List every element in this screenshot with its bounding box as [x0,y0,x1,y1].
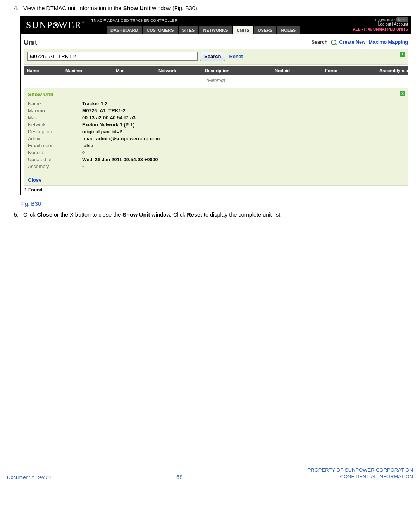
col-mac: Mac [116,68,158,73]
nav-tabs: DASHBOARD CUSTOMERS SITES NETWORKS UNITS… [107,26,300,34]
step-4: 4. View the DTMAC unit information in th… [14,5,415,12]
search-button[interactable]: Search [200,52,225,61]
step-4-number: 4. [14,5,22,12]
unit-assembly: - [82,164,84,169]
tab-users[interactable]: USERS [254,26,277,34]
brand-logo: SUNPWER® [21,16,91,34]
logout-link[interactable]: Log out [378,22,391,26]
unit-nodeid: 0 [82,150,85,155]
footer-page-number: 68 [176,474,183,480]
unit-updated-at: Wed, 26 Jan 2011 09:54:08 +0000 [82,157,158,162]
search-icon [331,40,336,45]
page-footer: Document # Rev 01 68 PROPERTY OF SUNPOWE… [5,467,415,487]
col-force: Force [325,68,379,73]
step-5: 5. Click Close or the X button to close … [14,211,415,219]
tab-customers[interactable]: CUSTOMERS [143,26,178,34]
col-network: Network [158,68,205,73]
close-link[interactable]: Close [28,177,41,183]
tab-units[interactable]: UNITS [233,26,253,34]
unit-admin: tmac_admin@sunpowercorp.com [82,136,160,141]
found-count: 1 Found [24,186,408,195]
logo-o-icon [53,22,59,28]
col-nodeid: Nodeid [275,68,325,73]
unit-email-report: false [82,143,93,148]
unit-network: Exelon Network 1 (P:1) [82,122,134,128]
show-unit-panel: x Show Unit NameTracker 1.2 MaximoM0726_… [24,88,408,186]
footer-property: PROPERTY OF SUNPOWER CORPORATION [308,467,413,474]
filtered-indicator: (Filtered) [24,75,408,87]
col-name: Name [27,68,65,73]
page-title: Unit [24,38,37,47]
col-maximo: Maximo [65,68,116,73]
alert-unmapped[interactable]: ALERT: 46 UNMAPPED UNITS [353,27,408,32]
show-unit-title: Show Unit [28,91,404,97]
unit-description: original pan_id=2 [82,129,122,134]
account-link[interactable]: Account [394,22,408,26]
unit-name: Tracker 1.2 [82,101,107,107]
screenshot-fig-b30: SUNPWER® TMAC™ ADVANCED TRACKER CONTROLL… [20,16,411,195]
search-panel: x Search Reset [24,49,408,65]
app-banner: SUNPWER® TMAC™ ADVANCED TRACKER CONTROLL… [21,16,411,34]
tab-sites[interactable]: SITES [179,26,199,34]
unit-mac: 00:13:a2:00:40:54:f7:a3 [82,115,136,121]
maximo-mapping-link[interactable]: Maximo Mapping [369,40,408,45]
unit-maximo: M0726_A1_TRK1-2 [82,108,126,114]
col-description: Description [205,68,275,73]
reset-link[interactable]: Reset [229,53,243,59]
current-user: tmac [396,17,408,22]
search-label: Search [312,40,328,45]
footer-confidential: CONFIDENTIAL INFORMATION [308,474,413,480]
tab-dashboard[interactable]: DASHBOARD [107,26,142,34]
app-subtitle: TMAC™ ADVANCED TRACKER CONTROLLER [91,16,178,22]
app-body: Unit Search Create New Maximo Mapping x … [21,34,411,195]
tab-roles[interactable]: ROLES [277,26,300,34]
table-header: Name Maximo Mac Network Description Node… [24,66,408,75]
create-new-link[interactable]: Create New [339,40,366,45]
step-5-number: 5. [14,211,22,219]
search-input[interactable] [27,52,198,61]
close-icon[interactable]: x [400,52,405,57]
close-icon[interactable]: x [400,91,405,96]
figure-caption: Fig. B30 [20,201,415,207]
tab-networks[interactable]: NETWORKS [199,26,232,34]
col-assembly: Assembly name [379,68,413,73]
banner-right: Logged in as tmac Log out | Account ALER… [353,17,408,32]
footer-doc-rev: Document # Rev 01 [7,474,52,480]
